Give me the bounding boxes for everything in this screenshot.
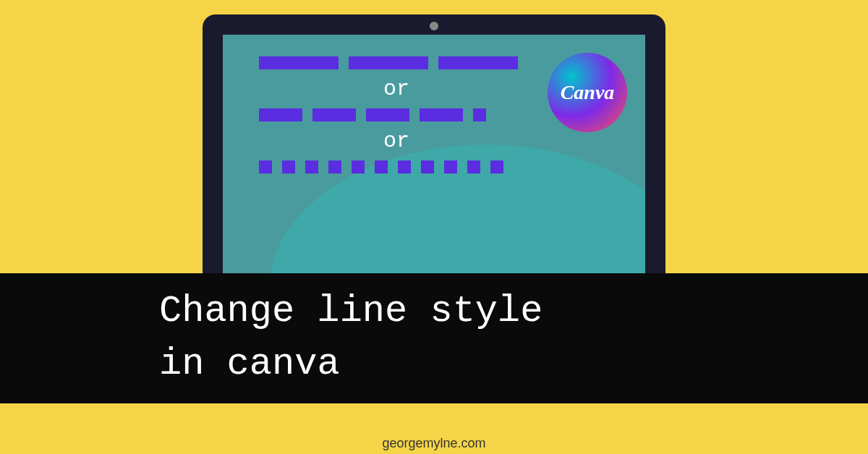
dash-segment xyxy=(259,56,339,69)
dash-segment xyxy=(259,108,302,121)
dash-segment xyxy=(398,160,411,174)
canva-logo-text: Canva xyxy=(561,81,615,104)
title-line-2: in canva xyxy=(159,343,340,385)
dash-segment xyxy=(473,108,486,121)
dash-segment xyxy=(366,108,409,121)
dash-segment xyxy=(490,160,503,174)
dash-segment xyxy=(352,160,365,174)
separator-or-1: or xyxy=(259,77,534,101)
title-text: Change line style in canva xyxy=(159,286,543,391)
dash-segment xyxy=(438,56,518,69)
title-line-1: Change line style xyxy=(159,290,543,333)
dash-segment xyxy=(305,160,318,174)
dash-segment xyxy=(467,160,480,174)
line-style-long-dash xyxy=(259,56,534,69)
dash-segment xyxy=(328,160,341,174)
laptop-screen: Canva or or xyxy=(223,35,645,304)
dash-segment xyxy=(420,108,463,121)
dash-segment xyxy=(375,160,388,174)
dash-segment xyxy=(282,160,295,174)
dash-segment xyxy=(259,160,272,174)
dash-segment xyxy=(312,108,356,121)
footer-attribution: georgemylne.com xyxy=(0,436,868,454)
dash-segment xyxy=(444,160,457,174)
line-styles-demo: or or xyxy=(259,56,534,174)
webcam-icon xyxy=(430,22,438,30)
laptop-lid: Canva or or xyxy=(203,14,665,318)
separator-or-2: or xyxy=(259,129,534,153)
dash-segment xyxy=(421,160,434,174)
line-style-medium-dash xyxy=(259,108,534,121)
title-overlay: Change line style in canva xyxy=(0,273,868,403)
dash-segment xyxy=(349,56,428,69)
canva-logo-icon: Canva xyxy=(548,53,627,132)
line-style-dotted xyxy=(259,160,534,174)
